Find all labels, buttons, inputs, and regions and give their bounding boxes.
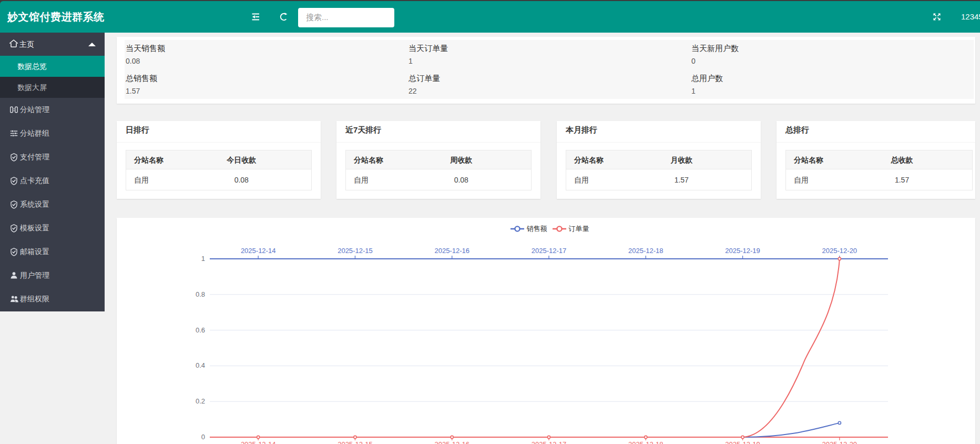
sidebar-item-label: 系统设置: [20, 193, 49, 216]
column-header-amount: 总收款: [876, 150, 928, 169]
home-icon: [9, 39, 18, 48]
stat-label: 当天销售额: [126, 43, 407, 54]
line-chart[interactable]: 00.20.40.60.812025-12-142025-12-152025-1…: [117, 218, 975, 444]
svg-text:2025-12-17: 2025-12-17: [532, 247, 567, 255]
rank-card-title: 总排行: [777, 121, 975, 143]
svg-text:2025-12-14: 2025-12-14: [241, 247, 275, 255]
rank-card-title: 日排行: [117, 121, 321, 143]
rank-card-total: 总排行 分站名称 总收款 自用 1.57: [777, 121, 975, 199]
column-header-amount: 周收款: [435, 150, 487, 169]
rank-card-daily: 日排行 分站名称 今日收款 自用 0.08: [117, 121, 321, 199]
stat-label: 总订单量: [409, 73, 690, 84]
rank-table: 分站名称 月收款 自用 1.57: [566, 150, 752, 190]
cell-amount: 0.08: [435, 169, 487, 190]
rank-card-week: 近7天排行 分站名称 周收款 自用 0.08: [336, 121, 540, 199]
shield-check-icon: [10, 153, 18, 162]
shield-check-icon: [10, 200, 18, 209]
sidebar-item-card-recharge[interactable]: 点卡充值: [0, 169, 105, 193]
cell-amount: 1.57: [656, 169, 708, 190]
stat-value: 1: [691, 86, 973, 96]
cell-amount: 0.08: [216, 169, 268, 190]
sidebar-item-data-screen[interactable]: 数据大屏: [0, 77, 105, 98]
app-title: 妙文馆付费进群系统: [7, 1, 105, 33]
svg-text:2025-12-16: 2025-12-16: [434, 440, 469, 444]
column-header-site: 分站名称: [574, 150, 604, 169]
column-header-amount: 今日收款: [216, 150, 268, 169]
sidebar-item-label: 邮箱设置: [20, 240, 49, 264]
site-manage-icon: [10, 106, 18, 114]
stat-value: 22: [409, 86, 690, 96]
sidebar-item-data-overview[interactable]: 数据总览: [0, 56, 105, 77]
stat-value: 0: [691, 56, 973, 66]
svg-text:0.2: 0.2: [196, 397, 205, 405]
refresh-icon: [279, 12, 289, 22]
rank-table-row: 自用 0.08: [346, 169, 531, 190]
sidebar-submenu: 数据总览 数据大屏: [0, 56, 105, 98]
stats-column-users: 当天新用户数 0 总用户数 1: [690, 40, 973, 99]
sidebar-item-mail-settings[interactable]: 邮箱设置: [0, 240, 105, 264]
rank-table: 分站名称 周收款 自用 0.08: [345, 150, 532, 190]
svg-text:2025-12-19: 2025-12-19: [725, 247, 760, 255]
shield-check-icon: [10, 177, 18, 185]
sidebar-item-label: 主页: [19, 33, 34, 56]
sidebar-item-system-settings[interactable]: 系统设置: [0, 193, 105, 216]
header: 妙文馆付费进群系统 12345: [0, 1, 980, 33]
users-icon: [10, 295, 19, 303]
sidebar-item-label: 分站管理: [20, 98, 49, 122]
rank-table: 分站名称 总收款 自用 1.57: [785, 150, 973, 190]
sidebar-item-label: 模板设置: [20, 216, 49, 240]
sidebar-item-site-manage[interactable]: 分站管理: [0, 98, 105, 122]
svg-text:2025-12-18: 2025-12-18: [628, 440, 663, 444]
rank-table-header: 分站名称 月收款: [566, 150, 751, 169]
cell-site: 自用: [574, 169, 589, 190]
sidebar-fold-button[interactable]: [245, 1, 266, 33]
sidebar-item-label: 分站群组: [20, 122, 49, 145]
svg-text:0: 0: [201, 433, 205, 441]
stat-label: 当天新用户数: [691, 43, 973, 54]
svg-text:2025-12-16: 2025-12-16: [434, 247, 469, 255]
stat-value: 1: [409, 56, 690, 66]
header-username[interactable]: 12345: [961, 1, 980, 33]
collapse-arrow-icon: [88, 43, 96, 46]
sidebar-item-label: 用户管理: [20, 264, 49, 287]
sidebar-item-group-permission[interactable]: 群组权限: [0, 287, 105, 311]
rank-card-month: 本月排行 分站名称 月收款 自用 1.57: [557, 121, 761, 199]
user-icon: [10, 271, 18, 279]
sidebar-item-user-manage[interactable]: 用户管理: [0, 264, 105, 287]
search-input[interactable]: [298, 8, 394, 27]
stat-label: 当天订单量: [409, 43, 690, 54]
rank-table: 分站名称 今日收款 自用 0.08: [126, 150, 312, 190]
svg-text:0.4: 0.4: [196, 361, 205, 369]
column-header-site: 分站名称: [794, 150, 823, 169]
sidebar-item-payment[interactable]: 支付管理: [0, 145, 105, 169]
stat-label: 总销售额: [126, 73, 407, 84]
column-header-site: 分站名称: [354, 150, 383, 169]
sidebar: 主页 数据总览 数据大屏 分站管理: [0, 33, 105, 311]
sliders-icon: [10, 129, 18, 137]
sidebar-item-label: 支付管理: [20, 145, 49, 169]
sidebar-item-home[interactable]: 主页: [0, 33, 105, 56]
cell-site: 自用: [794, 169, 809, 190]
column-header-amount: 月收款: [656, 150, 708, 169]
menu-fold-icon: [251, 12, 260, 22]
column-header-site: 分站名称: [134, 150, 164, 169]
refresh-button[interactable]: [273, 1, 294, 33]
svg-text:2025-12-18: 2025-12-18: [628, 247, 663, 255]
svg-text:2025-12-17: 2025-12-17: [532, 440, 567, 444]
shield-check-icon: [10, 224, 18, 233]
rank-card-title: 近7天排行: [336, 121, 540, 143]
sidebar-item-site-groups[interactable]: 分站群组: [0, 122, 105, 145]
rank-table-row: 自用 1.57: [566, 169, 751, 190]
rank-table-header: 分站名称 今日收款: [126, 150, 311, 169]
stat-label: 总用户数: [691, 73, 973, 84]
sidebar-item-template-settings[interactable]: 模板设置: [0, 216, 105, 240]
svg-text:0.6: 0.6: [196, 326, 205, 334]
stat-value: 1.57: [126, 86, 407, 96]
sidebar-item-label: 点卡充值: [20, 169, 49, 193]
rank-table-row: 自用 1.57: [786, 169, 972, 190]
stats-column-orders: 当天订单量 1 总订单量 22: [407, 40, 690, 99]
fullscreen-button[interactable]: [926, 1, 947, 33]
svg-text:2025-12-14: 2025-12-14: [241, 440, 275, 444]
stats-panel: 当天销售额 0.08 总销售额 1.57 当天订单量 1 总订单量 22 当天新…: [125, 40, 974, 99]
fullscreen-icon: [933, 13, 941, 21]
